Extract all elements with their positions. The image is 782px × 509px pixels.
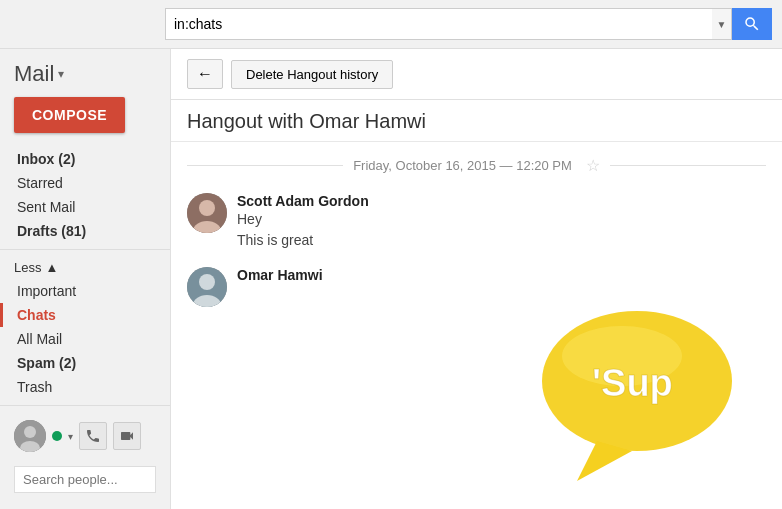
main-layout: Mail ▾ COMPOSE Inbox (2) Starred Sent Ma… <box>0 49 782 509</box>
less-arrow-icon: ▲ <box>45 260 58 275</box>
date-divider: Friday, October 16, 2015 — 12:20 PM ☆ <box>187 142 766 185</box>
phone-icon-button[interactable] <box>79 422 107 450</box>
back-button[interactable]: ← <box>187 59 223 89</box>
sender-avatar-2 <box>187 267 227 307</box>
svg-point-1 <box>24 426 36 438</box>
search-people-input[interactable] <box>14 466 156 493</box>
conversation-area: Friday, October 16, 2015 — 12:20 PM ☆ Sc… <box>171 142 782 509</box>
message-content-2: Omar Hamwi <box>237 267 766 283</box>
sender-avatar-image-2 <box>187 267 227 307</box>
sup-bubble: 'Sup <box>522 296 742 499</box>
message-line-1-1: Hey <box>237 209 766 230</box>
message-row-1: Scott Adam Gordon Hey This is great <box>187 185 766 259</box>
sup-bubble-container: 'Sup <box>522 296 742 499</box>
date-text: Friday, October 16, 2015 — 12:20 PM <box>353 158 572 173</box>
sidebar-item-trash[interactable]: Trash <box>0 375 170 399</box>
sender-avatar-image-1 <box>187 193 227 233</box>
svg-point-4 <box>199 200 215 216</box>
sidebar-item-sentmail[interactable]: Sent Mail <box>0 195 170 219</box>
sidebar-item-drafts[interactable]: Drafts (81) <box>0 219 170 243</box>
search-button[interactable] <box>732 8 772 40</box>
conversation-title: Hangout with Omar Hamwi <box>171 100 782 142</box>
search-input[interactable] <box>165 8 712 40</box>
mail-caret-icon: ▾ <box>58 67 64 81</box>
mail-title[interactable]: Mail ▾ <box>0 57 170 97</box>
top-bar: ▼ <box>0 0 782 49</box>
status-dot <box>52 431 62 441</box>
video-icon-button[interactable] <box>113 422 141 450</box>
content-area: ← Delete Hangout history Hangout with Om… <box>170 49 782 509</box>
sidebar-item-spam[interactable]: Spam (2) <box>0 351 170 375</box>
avatar-image <box>14 420 46 452</box>
sidebar: Mail ▾ COMPOSE Inbox (2) Starred Sent Ma… <box>0 49 170 509</box>
less-toggle[interactable]: Less ▲ <box>0 256 170 279</box>
sender-avatar-1 <box>187 193 227 233</box>
avatar[interactable] <box>14 420 46 452</box>
message-line-1-2: This is great <box>237 230 766 251</box>
search-dropdown-arrow[interactable]: ▼ <box>712 8 732 40</box>
mail-label: Mail <box>14 61 54 87</box>
sup-bubble-svg: 'Sup <box>522 296 742 496</box>
sidebar-item-inbox[interactable]: Inbox (2) <box>0 147 170 171</box>
content-toolbar: ← Delete Hangout history <box>171 49 782 100</box>
search-container: ▼ <box>165 8 772 40</box>
sidebar-divider <box>0 249 170 250</box>
video-icon <box>119 428 135 444</box>
phone-icon <box>85 428 101 444</box>
status-caret-icon[interactable]: ▾ <box>68 431 73 442</box>
sidebar-divider-2 <box>0 405 170 406</box>
sidebar-item-chats[interactable]: Chats <box>0 303 170 327</box>
sidebar-bottom: ▾ <box>0 412 170 460</box>
svg-text:'Sup: 'Sup <box>592 362 673 404</box>
delete-hangout-button[interactable]: Delete Hangout history <box>231 60 393 89</box>
sidebar-item-allmail[interactable]: All Mail <box>0 327 170 351</box>
date-line-left <box>187 165 343 166</box>
message-sender-1: Scott Adam Gordon <box>237 193 766 209</box>
search-icon <box>743 15 761 33</box>
date-line-right <box>610 165 766 166</box>
star-icon[interactable]: ☆ <box>586 156 600 175</box>
sidebar-item-important[interactable]: Important <box>0 279 170 303</box>
message-sender-2: Omar Hamwi <box>237 267 766 283</box>
svg-point-7 <box>199 274 215 290</box>
less-label: Less <box>14 260 41 275</box>
sidebar-item-starred[interactable]: Starred <box>0 171 170 195</box>
compose-button[interactable]: COMPOSE <box>14 97 125 133</box>
message-content-1: Scott Adam Gordon Hey This is great <box>237 193 766 251</box>
